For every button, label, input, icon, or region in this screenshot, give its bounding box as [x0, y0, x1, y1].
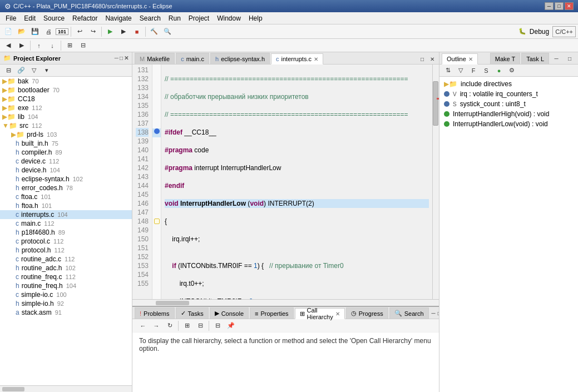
outline-hide-static[interactable]: S — [480, 65, 492, 76]
bottom-minimize-button[interactable]: ─ — [431, 307, 436, 319]
maximize-panel-button[interactable]: □ — [120, 55, 123, 61]
tree-item-exe[interactable]: ▶📁 exe 112 — [0, 103, 132, 112]
hierarchy-pin-button[interactable]: 📌 — [225, 320, 237, 331]
search-toolbar-button[interactable]: 🔍 — [161, 26, 174, 37]
nav-up[interactable]: ↑ — [33, 40, 45, 51]
expand-all[interactable]: ⊞ — [63, 40, 76, 51]
tree-item-simple-io-h[interactable]: h simple-io.h 92 — [0, 299, 132, 308]
outline-filter-button[interactable]: ▽ — [455, 65, 467, 76]
outline-isr-high[interactable]: InterruptHandlerHigh(void) : void — [439, 109, 578, 119]
hierarchy-refresh-button[interactable]: ↻ — [164, 320, 176, 331]
hierarchy-forward-button[interactable]: → — [150, 320, 162, 331]
outline-settings-button[interactable]: ⚙ — [506, 65, 518, 76]
stop-button[interactable]: ■ — [131, 26, 143, 37]
tab-search[interactable]: 🔍 Search — [389, 307, 429, 319]
tree-item-eclipse-syntax-h[interactable]: h eclipse-syntax.h 102 — [0, 175, 132, 183]
tab-close-call-hierarchy[interactable]: ✕ — [335, 311, 340, 317]
tree-item-device-c[interactable]: c device.c 112 — [0, 157, 132, 166]
tree-item-built-in-h[interactable]: h built_in.h 75 — [0, 139, 132, 148]
hierarchy-layout-button[interactable]: ⊟ — [211, 320, 224, 331]
editor-hscroll[interactable] — [132, 299, 439, 306]
tree-item-cc18[interactable]: ▶📁 CC18 — [0, 95, 132, 103]
tab-close-outline[interactable]: ✕ — [468, 56, 473, 62]
menu-help[interactable]: Help — [245, 13, 266, 23]
code-editor[interactable]: // =====================================… — [161, 64, 432, 299]
new-button[interactable]: 📄 — [2, 26, 14, 37]
hscroll-thumb[interactable] — [2, 387, 24, 391]
menu-refactor[interactable]: Refactor — [69, 13, 101, 23]
outline-minimize[interactable]: ─ — [550, 53, 562, 64]
menu-window[interactable]: Window — [214, 13, 244, 23]
tree-hscroll[interactable] — [0, 385, 132, 392]
tree-item-bak[interactable]: ▶📁 bak 70 — [0, 77, 132, 86]
debug-toggle[interactable]: 🐛 — [516, 26, 528, 37]
collapse-tree-button[interactable]: ⊟ — [2, 65, 14, 76]
tree-item-error-codes-h[interactable]: h error_codes.h 78 — [0, 183, 132, 192]
undo-button[interactable]: ↩ — [73, 26, 86, 37]
tab-close-interrupts[interactable]: ✕ — [314, 56, 318, 62]
editor-maximize-button[interactable]: □ — [418, 54, 427, 64]
tree-item-stack-asm[interactable]: a stack.asm 91 — [0, 308, 132, 317]
menu-run[interactable]: Run — [165, 13, 184, 23]
nav-down[interactable]: ↓ — [46, 40, 58, 51]
outline-isr-low[interactable]: InterruptHandlerLow(void) : void — [439, 119, 578, 129]
editor-close-button[interactable]: ✕ — [428, 54, 437, 64]
tree-item-ftoa-h[interactable]: h ftoa.h 101 — [0, 201, 132, 210]
tab-outline[interactable]: Outline ✕ — [442, 53, 478, 64]
tree-item-bootloader[interactable]: ▶📁 bootloader 70 — [0, 86, 132, 95]
outline-hide-fields[interactable]: F — [467, 65, 480, 76]
outline-include-directives[interactable]: ▶📁 include directives — [439, 79, 578, 89]
filter-button[interactable]: ▽ — [28, 65, 40, 76]
tab-make-targets[interactable]: Make T — [490, 53, 520, 64]
tab-progress[interactable]: ◷ Progress — [346, 307, 388, 319]
tree-item-compiler-h[interactable]: h compiler.h 89 — [0, 148, 132, 157]
outline-irq-var[interactable]: V irq : volatile irq_counters_t — [439, 89, 578, 99]
minimize-button[interactable]: ─ — [545, 2, 554, 10]
menu-project[interactable]: Project — [185, 13, 213, 23]
tab-console[interactable]: ▶ Console — [210, 307, 249, 319]
outline-maximize[interactable]: □ — [564, 53, 576, 64]
tree-item-interrupts-c[interactable]: c interrupts.c 104 — [0, 210, 132, 219]
close-button[interactable]: ✕ — [565, 2, 574, 10]
tab-main-c[interactable]: c main.c — [176, 53, 209, 64]
maximize-button[interactable]: □ — [555, 2, 564, 10]
tree-item-p18f4680-h[interactable]: h p18f4680.h 89 — [0, 228, 132, 237]
hierarchy-back-button[interactable]: ← — [137, 320, 149, 331]
tree-item-routine-freq-c[interactable]: c routine_freq.c 112 — [0, 272, 132, 281]
hierarchy-callers-button[interactable]: ⊞ — [181, 320, 193, 331]
tree-item-main-c[interactable]: c main.c 112 — [0, 219, 132, 228]
menu-source[interactable]: Source — [40, 13, 68, 23]
outline-systick-var[interactable]: S systick_count : uint8_t — [439, 99, 578, 109]
menu-file[interactable]: File — [2, 13, 19, 23]
cpp-toggle[interactable]: C/C++ — [552, 26, 576, 37]
tree-item-device-h[interactable]: h device.h 104 — [0, 166, 132, 175]
tree-item-src[interactable]: ▼📁 src 112 — [0, 121, 132, 130]
tree-menu-button[interactable]: ▾ — [41, 65, 53, 76]
editor-vscroll-thumb[interactable] — [433, 81, 438, 126]
tree-item-simple-io-c[interactable]: c simple-io.c 100 — [0, 290, 132, 299]
print-button[interactable]: 🖨 — [42, 26, 55, 37]
menu-edit[interactable]: Edit — [21, 13, 39, 23]
open-button[interactable]: 📂 — [16, 26, 28, 37]
tree-item-ftoa-c[interactable]: c ftoa.c 101 — [0, 192, 132, 201]
tree-item-protocol-h[interactable]: h protocol.h 112 — [0, 246, 132, 255]
back-button[interactable]: ◀ — [2, 40, 14, 51]
menu-navigate[interactable]: Navigate — [102, 13, 135, 23]
editor-vscroll[interactable] — [432, 64, 439, 299]
outline-sort-button[interactable]: ⇅ — [442, 65, 454, 76]
tree-item-routine-adc-h[interactable]: h routine_adc.h 102 — [0, 264, 132, 272]
tab-call-hierarchy[interactable]: ⊞ Call Hierarchy ✕ — [295, 308, 345, 319]
minimize-panel-button[interactable]: ─ — [115, 55, 118, 61]
tree-item-protocol-c[interactable]: c protocol.c 112 — [0, 237, 132, 246]
outline-sync-button[interactable]: ● — [493, 65, 505, 76]
build-button[interactable]: 🔨 — [148, 26, 160, 37]
tab-tasks[interactable]: ✓ Tasks — [176, 307, 209, 319]
save-button[interactable]: 💾 — [29, 26, 41, 37]
tree-item-routine-adc-c[interactable]: c routine_adc.c 112 — [0, 255, 132, 264]
run-button[interactable]: ▶ — [104, 26, 116, 37]
tree-item-prd-ls[interactable]: ▶📁 prd-ls 103 — [0, 130, 132, 139]
tree-item-lib[interactable]: ▶📁 lib 104 — [0, 112, 132, 121]
menu-search[interactable]: Search — [136, 13, 164, 23]
forward-button[interactable]: ▶ — [16, 40, 28, 51]
close-panel-button[interactable]: ✕ — [124, 55, 129, 61]
